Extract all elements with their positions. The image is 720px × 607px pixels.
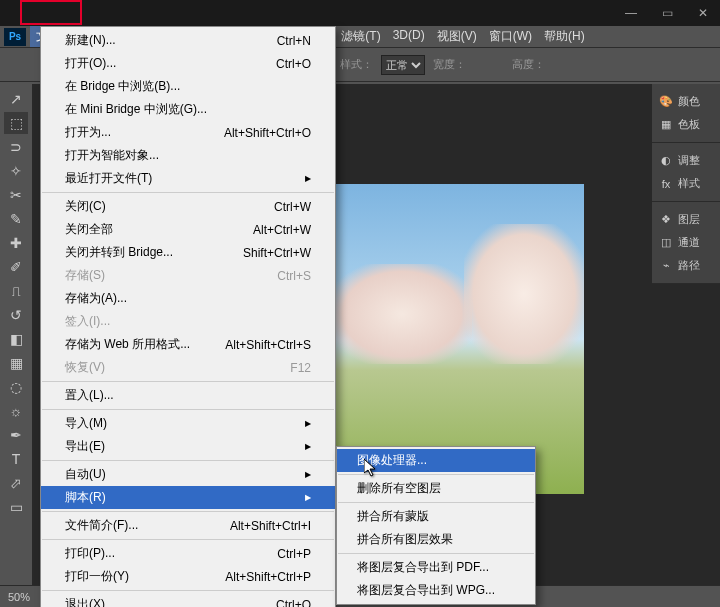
file-menu-item[interactable]: 关闭全部Alt+Ctrl+W	[41, 218, 335, 241]
style-label: 样式：	[340, 57, 373, 72]
eyedropper-tool-icon[interactable]: ✎	[4, 208, 28, 230]
paths-icon: ⌁	[658, 259, 674, 273]
file-menu-item[interactable]: 存储为(A)...	[41, 287, 335, 310]
file-menu-item[interactable]: 新建(N)...Ctrl+N	[41, 29, 335, 52]
file-menu-item: 签入(I)...	[41, 310, 335, 333]
dodge-tool-icon[interactable]: ☼	[4, 400, 28, 422]
menu-9[interactable]: 窗口(W)	[483, 26, 538, 47]
color-icon: 🎨	[658, 95, 674, 109]
file-menu-item[interactable]: 自动(U)	[41, 463, 335, 486]
blur-tool-icon[interactable]: ◌	[4, 376, 28, 398]
file-menu-item[interactable]: 脚本(R)	[41, 486, 335, 509]
crop-tool-icon[interactable]: ✂	[4, 184, 28, 206]
menu-8[interactable]: 视图(V)	[431, 26, 483, 47]
stamp-tool-icon[interactable]: ⎍	[4, 280, 28, 302]
type-tool-icon[interactable]: T	[4, 448, 28, 470]
toolbox: ↗ ⬚ ⊃ ✧ ✂ ✎ ✚ ✐ ⎍ ↺ ◧ ▦ ◌ ☼ ✒ T ⬀ ▭	[0, 84, 32, 518]
script-submenu-item[interactable]: 图像处理器...	[337, 449, 535, 472]
window-titlebar: — ▭ ✕	[0, 0, 720, 26]
history-brush-icon[interactable]: ↺	[4, 304, 28, 326]
file-menu-item[interactable]: 置入(L)...	[41, 384, 335, 407]
shape-tool-icon[interactable]: ▭	[4, 496, 28, 518]
script-submenu: 图像处理器...删除所有空图层拼合所有蒙版拼合所有图层效果将图层复合导出到 PD…	[336, 446, 536, 605]
minimize-icon[interactable]: —	[622, 6, 640, 20]
brush-tool-icon[interactable]: ✐	[4, 256, 28, 278]
file-menu-item[interactable]: 打印一份(Y)Alt+Shift+Ctrl+P	[41, 565, 335, 588]
file-menu-item[interactable]: 在 Bridge 中浏览(B)...	[41, 75, 335, 98]
file-menu-dropdown: 新建(N)...Ctrl+N打开(O)...Ctrl+O在 Bridge 中浏览…	[40, 26, 336, 607]
width-label: 宽度：	[433, 57, 466, 72]
channels-icon: ◫	[658, 236, 674, 250]
panel-swatches[interactable]: ▦色板	[656, 113, 716, 136]
menu-7[interactable]: 3D(D)	[387, 26, 431, 47]
close-icon[interactable]: ✕	[694, 6, 712, 20]
menu-6[interactable]: 滤镜(T)	[335, 26, 386, 47]
file-menu-item[interactable]: 打印(P)...Ctrl+P	[41, 542, 335, 565]
gradient-tool-icon[interactable]: ▦	[4, 352, 28, 374]
file-menu-item[interactable]: 打开(O)...Ctrl+O	[41, 52, 335, 75]
heal-tool-icon[interactable]: ✚	[4, 232, 28, 254]
file-menu-item: 恢复(V)F12	[41, 356, 335, 379]
script-submenu-item[interactable]: 拼合所有蒙版	[337, 505, 535, 528]
panel-channels[interactable]: ◫通道	[656, 231, 716, 254]
file-menu-item[interactable]: 打开为...Alt+Shift+Ctrl+O	[41, 121, 335, 144]
script-submenu-item[interactable]: 拼合所有图层效果	[337, 528, 535, 551]
file-menu-item[interactable]: 最近打开文件(T)	[41, 167, 335, 190]
panel-adjustments[interactable]: ◐调整	[656, 149, 716, 172]
right-panel-dock: 🎨颜色 ▦色板 ◐调整 fx样式 ❖图层 ◫通道 ⌁路径	[652, 84, 720, 284]
height-label: 高度：	[512, 57, 545, 72]
panel-styles[interactable]: fx样式	[656, 172, 716, 195]
maximize-icon[interactable]: ▭	[658, 6, 676, 20]
image-content	[332, 264, 472, 364]
menu-10[interactable]: 帮助(H)	[538, 26, 591, 47]
file-menu-item[interactable]: 在 Mini Bridge 中浏览(G)...	[41, 98, 335, 121]
file-menu-item[interactable]: 存储为 Web 所用格式...Alt+Shift+Ctrl+S	[41, 333, 335, 356]
file-menu-item[interactable]: 退出(X)Ctrl+Q	[41, 593, 335, 607]
wand-tool-icon[interactable]: ✧	[4, 160, 28, 182]
script-submenu-item[interactable]: 将图层复合导出到 PDF...	[337, 556, 535, 579]
script-submenu-item[interactable]: 将图层复合导出到 WPG...	[337, 579, 535, 602]
zoom-level[interactable]: 50%	[8, 591, 30, 603]
file-menu-item: 存储(S)Ctrl+S	[41, 264, 335, 287]
eraser-tool-icon[interactable]: ◧	[4, 328, 28, 350]
panel-color[interactable]: 🎨颜色	[656, 90, 716, 113]
panel-paths[interactable]: ⌁路径	[656, 254, 716, 277]
image-content	[464, 224, 584, 364]
style-select[interactable]: 正常	[381, 55, 425, 75]
path-tool-icon[interactable]: ⬀	[4, 472, 28, 494]
file-menu-item[interactable]: 导出(E)	[41, 435, 335, 458]
file-menu-item[interactable]: 文件简介(F)...Alt+Shift+Ctrl+I	[41, 514, 335, 537]
swatches-icon: ▦	[658, 118, 674, 132]
adjust-icon: ◐	[658, 154, 674, 168]
marquee-tool-icon[interactable]: ⬚	[4, 112, 28, 134]
script-submenu-item[interactable]: 删除所有空图层	[337, 477, 535, 500]
file-menu-item[interactable]: 关闭(C)Ctrl+W	[41, 195, 335, 218]
app-logo-icon: Ps	[4, 28, 26, 46]
pen-tool-icon[interactable]: ✒	[4, 424, 28, 446]
file-menu-item[interactable]: 导入(M)	[41, 412, 335, 435]
move-tool-icon[interactable]: ↗	[4, 88, 28, 110]
styles-icon: fx	[658, 177, 674, 191]
file-menu-item[interactable]: 打开为智能对象...	[41, 144, 335, 167]
panel-layers[interactable]: ❖图层	[656, 208, 716, 231]
lasso-tool-icon[interactable]: ⊃	[4, 136, 28, 158]
layers-icon: ❖	[658, 213, 674, 227]
file-menu-item[interactable]: 关闭并转到 Bridge...Shift+Ctrl+W	[41, 241, 335, 264]
